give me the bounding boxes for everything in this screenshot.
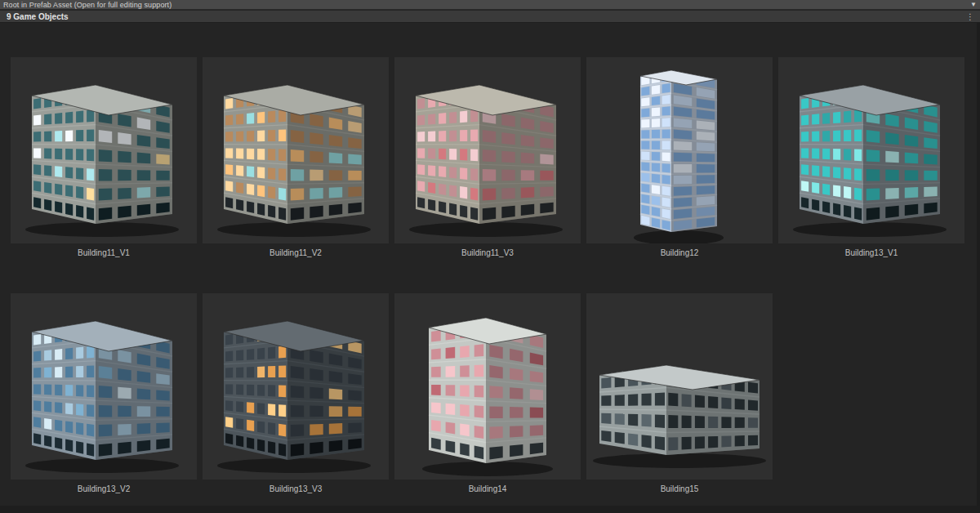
prefab-header-title: Root in Prefab Asset (Open for full edit… <box>3 1 172 9</box>
chevron-down-icon[interactable]: ▼ <box>970 1 977 9</box>
prefab-thumbnail <box>203 57 389 243</box>
prefab-thumbnail <box>394 293 581 480</box>
prefab-item-label: Building11_V3 <box>394 248 581 257</box>
prefab-item[interactable]: Building13_V3 <box>203 293 389 493</box>
prefab-content-area: Building11_V1Building11_V2Building11_V3B… <box>0 23 977 505</box>
prefab-item[interactable]: Building11_V3 <box>394 57 581 257</box>
vertical-scrollbar[interactable] <box>977 23 980 513</box>
game-objects-bar: 9 Game Objects ⋮ <box>0 11 980 23</box>
prefab-item-label: Building14 <box>394 484 581 493</box>
prefab-item-label: Building11_V2 <box>203 248 389 257</box>
kebab-menu-icon[interactable]: ⋮ <box>966 12 973 21</box>
prefab-header-bar: Root in Prefab Asset (Open for full edit… <box>0 0 980 10</box>
prefab-thumbnail <box>11 57 197 243</box>
prefab-item[interactable]: Building13_V1 <box>778 57 964 257</box>
prefab-thumbnail <box>11 293 197 480</box>
prefab-item[interactable]: Building12 <box>586 57 773 257</box>
prefab-item-label: Building13_V3 <box>203 484 389 493</box>
prefab-item[interactable]: Building15 <box>586 293 773 493</box>
prefab-item-label: Building12 <box>586 248 773 257</box>
prefab-item[interactable]: Building13_V2 <box>11 293 197 493</box>
prefab-thumbnail <box>394 57 581 243</box>
prefab-item[interactable]: Building14 <box>394 293 581 493</box>
prefab-item[interactable]: Building11_V2 <box>203 57 389 257</box>
game-objects-count: 9 Game Objects <box>7 12 69 21</box>
prefab-thumbnail <box>586 293 773 480</box>
prefab-item[interactable]: Building11_V1 <box>11 57 197 257</box>
prefab-item-label: Building13_V2 <box>11 484 197 493</box>
prefab-thumbnail <box>586 57 773 243</box>
bottom-strip <box>0 506 980 513</box>
prefab-item-label: Building13_V1 <box>778 248 964 257</box>
prefab-thumbnail <box>203 293 389 480</box>
prefab-item-label: Building15 <box>586 484 773 493</box>
prefab-item-label: Building11_V1 <box>11 248 197 257</box>
prefab-thumbnail <box>778 57 964 243</box>
prefab-grid: Building11_V1Building11_V2Building11_V3B… <box>11 57 977 493</box>
